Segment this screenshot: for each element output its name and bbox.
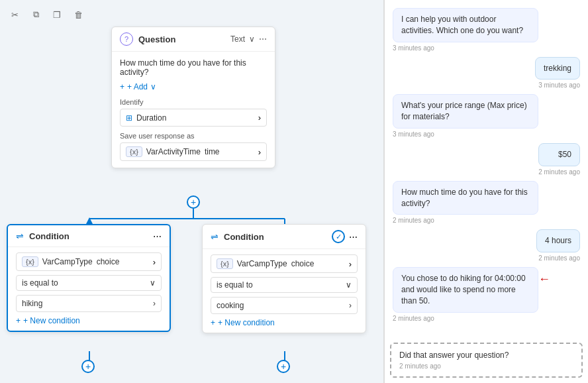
copy-button[interactable]: ⧉ bbox=[28, 7, 44, 23]
message-2: trekking 3 minutes ago bbox=[535, 57, 580, 89]
message-bubble-3: What's your price range (Max price) for … bbox=[393, 94, 538, 129]
chevron-right-icon: › bbox=[258, 147, 261, 157]
condition-equals-right[interactable]: is equal to ∨ bbox=[211, 277, 358, 293]
message-3: What's your price range (Max price) for … bbox=[393, 94, 538, 138]
paste-button[interactable]: ❐ bbox=[49, 7, 65, 23]
condition-value-right[interactable]: cooking › bbox=[211, 297, 358, 314]
cut-button[interactable]: ✂ bbox=[7, 7, 23, 23]
node-title: Question bbox=[138, 34, 175, 44]
message-time-1: 3 minutes ago bbox=[393, 44, 538, 52]
condition-check-icon: ✓ bbox=[332, 230, 345, 243]
condition-node-right: ⇌ Condition ✓ ⋯ {x} VarCampType choice ›… bbox=[202, 224, 366, 333]
delete-button[interactable]: 🗑 bbox=[70, 7, 86, 23]
add-step-button-bottom-left[interactable]: + bbox=[81, 360, 95, 373]
menu-icon[interactable]: ⋯ bbox=[259, 34, 267, 44]
save-label: Save user response as bbox=[120, 132, 267, 140]
message-6: 4 hours 2 minutes ago bbox=[536, 229, 580, 262]
message-time-5: 2 minutes ago bbox=[393, 217, 538, 224]
var-type-left: choice bbox=[97, 257, 120, 266]
chevron-down-left: ∨ bbox=[150, 278, 156, 288]
chevron-down-icon[interactable]: ∨ bbox=[249, 34, 255, 44]
save-field[interactable]: {x} VarActivityTime time › bbox=[120, 142, 267, 161]
message-bubble-4: $50 bbox=[538, 143, 580, 166]
condition-icon-left: ⇌ bbox=[16, 231, 24, 241]
identify-value: Duration bbox=[136, 113, 166, 123]
type-label: Text bbox=[230, 34, 245, 44]
condition-icon-right: ⇌ bbox=[211, 231, 219, 242]
condition-var-row-right[interactable]: {x} VarCampType choice › bbox=[211, 254, 358, 273]
question-text: How much time do you have for this activ… bbox=[120, 58, 267, 77]
add-step-button-bottom-right[interactable]: + bbox=[277, 360, 290, 373]
chevron-right-right: › bbox=[349, 259, 352, 269]
chat-panel: I can help you with outdoor activities. … bbox=[384, 0, 588, 383]
message-bubble-7: You chose to do hiking for 04:00:00 and … bbox=[393, 267, 538, 312]
message-time-2: 3 minutes ago bbox=[535, 82, 580, 89]
footer-time: 2 minutes ago bbox=[399, 362, 573, 370]
toolbar: ✂ ⧉ ❐ 🗑 bbox=[7, 7, 86, 23]
message-time-4: 2 minutes ago bbox=[538, 168, 580, 176]
node-header: ? Question Text ∨ ⋯ bbox=[112, 27, 275, 52]
new-condition-button-left[interactable]: + + New condition bbox=[16, 316, 80, 325]
condition-value-left[interactable]: hiking › bbox=[16, 295, 162, 312]
var-type-right: choice bbox=[291, 259, 315, 268]
var-tag-left: {x} bbox=[22, 256, 38, 267]
add-step-button-top[interactable]: + bbox=[187, 195, 200, 209]
chevron-down-right: ∨ bbox=[346, 280, 352, 290]
svg-marker-5 bbox=[86, 217, 93, 224]
condition-menu-left[interactable]: ⋯ bbox=[153, 231, 162, 241]
identify-label: Identify bbox=[120, 98, 267, 106]
chat-footer: Did that answer your question? 2 minutes… bbox=[390, 343, 583, 378]
condition-title-left: Condition bbox=[29, 231, 70, 241]
question-icon: ? bbox=[120, 32, 133, 46]
var-name-right: VarCampType bbox=[237, 259, 287, 268]
var-type: time bbox=[205, 147, 220, 156]
condition-node-left: ⇌ Condition ⋯ {x} VarCampType choice › i… bbox=[7, 224, 171, 332]
message-bubble-1: I can help you with outdoor activities. … bbox=[393, 8, 538, 42]
var-tag: {x} bbox=[126, 146, 142, 157]
message-time-6: 2 minutes ago bbox=[536, 254, 580, 262]
plus-icon-left: + bbox=[16, 316, 21, 325]
identify-field[interactable]: ⊞ Duration › bbox=[120, 109, 267, 127]
footer-message: Did that answer your question? bbox=[399, 351, 573, 360]
message-bubble-2: trekking bbox=[535, 57, 580, 80]
add-chevron: ∨ bbox=[150, 82, 156, 91]
table-icon: ⊞ bbox=[126, 113, 132, 123]
var-name-left: VarCampType bbox=[42, 257, 93, 266]
condition-equals-left[interactable]: is equal to ∨ bbox=[16, 275, 162, 291]
plus-icon-right: + bbox=[211, 318, 215, 327]
message-bubble-5: How much time do you have for this activ… bbox=[393, 181, 538, 215]
message-4: $50 2 minutes ago bbox=[538, 143, 580, 176]
condition-var-row-left[interactable]: {x} VarCampType choice › bbox=[16, 252, 162, 271]
var-tag-right: {x} bbox=[217, 258, 233, 269]
chevron-right-left: › bbox=[153, 257, 156, 267]
question-node: ? Question Text ∨ ⋯ How much time do you… bbox=[111, 27, 275, 168]
new-condition-button-right[interactable]: + + New condition bbox=[211, 318, 275, 327]
chat-messages: I can help you with outdoor activities. … bbox=[385, 0, 588, 337]
chevron-right-val-right: › bbox=[349, 301, 352, 310]
arrow-indicator: ← bbox=[538, 272, 550, 286]
condition-title-right: Condition bbox=[224, 232, 264, 242]
chevron-right-val-left: › bbox=[153, 299, 156, 308]
message-time-3: 3 minutes ago bbox=[393, 131, 538, 138]
plus-icon: + bbox=[120, 82, 124, 91]
var-name: VarActivityTime bbox=[146, 147, 201, 156]
message-bubble-6: 4 hours bbox=[536, 229, 580, 252]
flow-editor: ✂ ⧉ ❐ 🗑 ? Question Text ∨ bbox=[0, 0, 384, 383]
condition-menu-right[interactable]: ⋯ bbox=[349, 232, 358, 242]
message-5: How much time do you have for this activ… bbox=[393, 181, 538, 225]
message-1: I can help you with outdoor activities. … bbox=[393, 8, 538, 52]
chevron-right-icon: › bbox=[258, 113, 261, 123]
message-time-7: 2 minutes ago bbox=[393, 315, 538, 322]
message-7: You chose to do hiking for 04:00:00 and … bbox=[393, 267, 538, 321]
add-button[interactable]: + + Add ∨ bbox=[120, 82, 156, 91]
